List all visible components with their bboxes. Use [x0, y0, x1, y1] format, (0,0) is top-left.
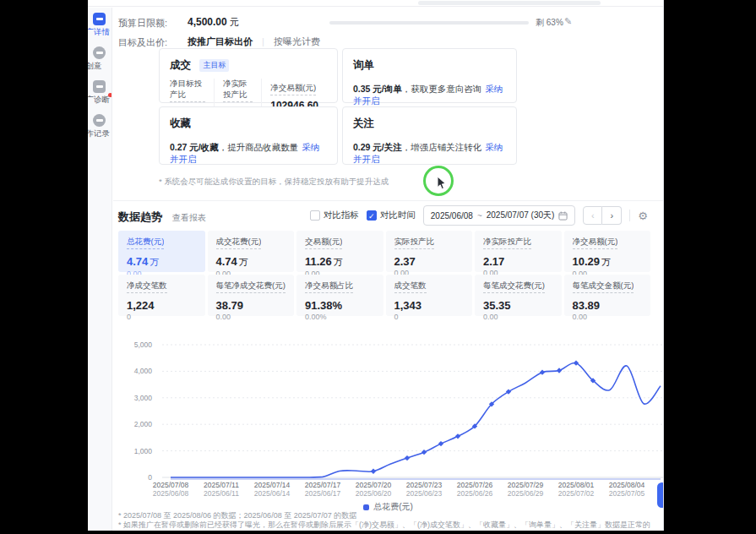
svg-text:2025/08/01: 2025/08/01: [558, 481, 595, 489]
trend-title: 数据趋势: [118, 210, 162, 225]
diagnosis-icon: [93, 80, 106, 93]
metric-card-net-gmv-ratio[interactable]: 净交易额占比 91.38% 0.00%: [296, 275, 383, 316]
app-window: 推广详情 创意 推广诊断 操作记录 预算日限额: 4,500.00 元: [88, 0, 664, 531]
floating-scroll-pill[interactable]: [657, 482, 664, 508]
svg-text:2,000: 2,000: [134, 420, 153, 428]
trend-line-chart: 01,0002,0003,0004,0005,0002025/07/082025…: [127, 335, 664, 509]
daily-budget-row: 预算日限额: 4,500.00 元 剩 63% ✎: [118, 15, 642, 29]
bid-label: 目标及出价:: [118, 36, 167, 49]
goal-card-title: 询单: [353, 58, 374, 73]
cursor-icon: [437, 177, 447, 190]
date-nav: ‹ ›: [583, 206, 622, 225]
controls-divider: [629, 210, 630, 221]
chevron-right-icon[interactable]: ›: [602, 206, 622, 225]
sidebar-item-label: 操作记录: [88, 128, 112, 139]
calendar-icon: [558, 211, 568, 221]
svg-text:2025/06/26: 2025/06/26: [457, 489, 493, 498]
metric-card-net-cost-per-order[interactable]: 每笔净成交花费(元) 38.79 0.00: [208, 275, 295, 316]
svg-text:2025/07/11: 2025/07/11: [204, 481, 239, 489]
svg-text:2025/06/08: 2025/06/08: [153, 489, 189, 498]
operation-log-icon: [93, 114, 106, 127]
notification-dot: [108, 93, 112, 97]
svg-text:2025/07/05: 2025/07/05: [609, 489, 645, 498]
metric-card-amount-per-order[interactable]: 每笔成交金额(元) 83.89 0.00: [564, 275, 651, 316]
svg-text:0: 0: [148, 473, 152, 482]
view-report-link[interactable]: 查看报表: [172, 213, 206, 222]
metric-card-orders[interactable]: 成交笔数 1,343 0: [386, 275, 473, 316]
svg-text:2025/07/26: 2025/07/26: [457, 481, 493, 489]
compare-metric-checkbox[interactable]: 对比指标: [310, 210, 359, 221]
metric-card-deal-cost[interactable]: 成交花费(元) 4.74万 0.00: [208, 231, 295, 272]
goal-card-title: 收藏: [170, 117, 191, 131]
sidebar-item-label: 创意: [88, 61, 112, 72]
checkbox-unchecked-icon[interactable]: [310, 210, 320, 221]
svg-text:5,000: 5,000: [134, 341, 153, 349]
chevron-left-icon[interactable]: ‹: [583, 206, 602, 225]
metric-card-actual-roi[interactable]: 实际投产比 2.37 0.00: [386, 231, 473, 272]
metric-card-gmv[interactable]: 交易额(元) 11.26万 0.00: [296, 231, 383, 272]
svg-text:2025/06/29: 2025/06/29: [508, 489, 544, 498]
compare-time-checkbox[interactable]: ✓ 对比时间: [367, 210, 416, 221]
svg-text:2025/07/14: 2025/07/14: [254, 481, 291, 489]
creative-icon: [93, 46, 106, 59]
svg-text:2025/06/11: 2025/06/11: [204, 489, 239, 498]
section-divider: [113, 200, 663, 201]
goal-card-title: 成交: [170, 58, 191, 73]
svg-text:4,000: 4,000: [134, 367, 153, 375]
svg-text:2025/07/20: 2025/07/20: [356, 481, 392, 489]
budget-remaining: 剩 63%: [536, 17, 563, 29]
budget-label: 预算日限额:: [118, 17, 167, 30]
svg-text:2025/06/14: 2025/06/14: [254, 489, 291, 498]
sidebar-item-promotion-detail[interactable]: 推广详情: [88, 13, 111, 41]
goal-card-inquiry: 询单 0.35 元/询单，获取更多意向咨询采纳并开启: [342, 48, 517, 103]
svg-text:1,000: 1,000: [134, 447, 153, 455]
svg-text:2025/06/17: 2025/06/17: [305, 489, 341, 498]
budget-progress-bar: [329, 21, 529, 25]
svg-text:2025/07/17: 2025/07/17: [305, 481, 341, 489]
svg-text:2025/06/20: 2025/06/20: [356, 489, 392, 498]
metric-card-grid: 总花费(元) 4.74万 0.00 成交花费(元) 4.74万 0.00 交易额…: [118, 231, 650, 316]
goal-card-deal: 成交 主目标 净目标投产比i 2.45 ✎ 净实际投产比 2.17 净交易额(元…: [159, 48, 338, 103]
sidebar-item-operation-log[interactable]: 操作记录: [88, 114, 111, 143]
top-strip: [88, 0, 663, 7]
svg-text:2025/06/23: 2025/06/23: [406, 489, 443, 498]
gear-icon[interactable]: ⚙: [638, 210, 648, 222]
sidebar-item-creative[interactable]: 创意: [88, 46, 111, 75]
promotion-detail-icon: [93, 13, 106, 25]
svg-text:3,000: 3,000: [134, 394, 153, 402]
horizontal-scrollbar[interactable]: [418, 1, 601, 5]
date-range-picker[interactable]: 2025/06/08 ~ 2025/07/07 (30天): [423, 205, 576, 226]
primary-goal-badge: 主目标: [199, 59, 229, 72]
metric-card-total-cost[interactable]: 总花费(元) 4.74万 0.00: [118, 231, 205, 272]
detail-sidebar: 推广详情 创意 推广诊断 操作记录: [88, 8, 112, 531]
main-content: 预算日限额: 4,500.00 元 剩 63% ✎ 目标及出价: 按推广目标出价…: [113, 8, 663, 531]
svg-text:2025/07/23: 2025/07/23: [406, 481, 443, 489]
metric-card-net-orders[interactable]: 净成交笔数 1,224 0: [118, 275, 205, 316]
goal-bid-row: 目标及出价: 按推广目标出价 | 按曝光计费: [118, 35, 642, 48]
metric-card-net-gmv[interactable]: 净交易额(元) 10.29万 0.00: [564, 231, 651, 272]
trend-header: 数据趋势 查看报表: [118, 210, 206, 225]
goal-note: * 系统会尽可能达成你设置的目标，保持稳定投放有助于提升达成: [159, 177, 389, 188]
svg-text:2025/07/02: 2025/07/02: [558, 489, 595, 498]
trend-controls: 对比指标 ✓ 对比时间 2025/06/08 ~ 2025/07/07 (30天…: [310, 205, 648, 226]
sidebar-item-diagnosis[interactable]: 推广诊断: [88, 80, 111, 109]
tab-divider: |: [262, 36, 264, 46]
budget-value: 4,500.00 元: [188, 16, 239, 29]
svg-text:2025/08/04: 2025/08/04: [609, 481, 645, 489]
sidebar-item-label: 推广详情: [88, 27, 112, 38]
click-highlight-ring: [423, 166, 454, 196]
tab-bid-by-goal[interactable]: 按推广目标出价: [188, 36, 253, 46]
edit-budget-icon[interactable]: ✎: [564, 16, 572, 27]
goal-card-follow: 关注 0.29 元/关注，增强店铺关注转化采纳并开启: [342, 106, 517, 165]
metric-card-net-actual-roi[interactable]: 净实际投产比 2.17 0.00: [475, 231, 562, 272]
goal-card-favorite: 收藏 0.27 元/收藏，提升商品收藏数量采纳并开启: [159, 106, 338, 165]
checkbox-checked-icon[interactable]: ✓: [367, 210, 377, 221]
svg-text:2025/07/08: 2025/07/08: [153, 481, 189, 489]
chart-footnote-explanation: * 如果推广在暂停或删除前已经获得了曝光，那么在暂停或删除后展示「(净)交易额」…: [118, 520, 650, 531]
bid-tabs: 按推广目标出价 | 按曝光计费: [188, 35, 320, 48]
metric-card-cost-per-order[interactable]: 每笔成交花费(元) 35.35 0.00: [475, 275, 562, 316]
tab-bid-by-impression[interactable]: 按曝光计费: [274, 36, 320, 46]
legend-swatch-icon: [363, 504, 369, 510]
svg-text:2025/07/29: 2025/07/29: [508, 481, 544, 489]
goal-card-title: 关注: [353, 117, 374, 131]
